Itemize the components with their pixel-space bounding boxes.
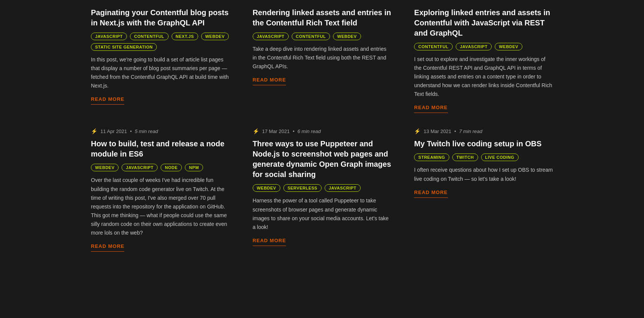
- tags-container: STREAMINGTWITCHLIVE CODING: [414, 154, 553, 161]
- article-tag: NEXT.JS: [172, 33, 198, 40]
- read-more-link[interactable]: READ MORE: [414, 105, 447, 113]
- article-separator: •: [454, 128, 456, 134]
- article-tag: JAVASCRIPT: [253, 33, 289, 40]
- article-excerpt: Harness the power of a tool called Puppe…: [253, 196, 392, 231]
- article-separator: •: [293, 128, 295, 134]
- read-more-link[interactable]: READ MORE: [253, 238, 286, 246]
- article-tag: WEBDEV: [201, 33, 229, 40]
- article-title: Three ways to use Puppeteer and Node.js …: [253, 139, 392, 180]
- article-read-time: 7 min read: [459, 128, 482, 134]
- article-meta: ⚡ 13 Mar 2021 • 7 min read: [414, 128, 553, 134]
- article-date: 11 Apr 2021: [100, 128, 127, 134]
- article-date: 17 Mar 2021: [262, 128, 290, 134]
- article-card: ⚡ 11 Apr 2021 • 5 min read How to build,…: [91, 128, 230, 252]
- article-tag: WEBDEV: [253, 184, 280, 192]
- lightning-icon: ⚡: [253, 128, 259, 134]
- article-tag: NPM: [185, 164, 203, 171]
- tags-container: WEBDEVJAVASCRIPTNODENPM: [91, 164, 230, 171]
- article-card: Exploring linked entries and assets in C…: [414, 8, 553, 113]
- article-tag: WEBDEV: [495, 43, 522, 50]
- article-excerpt: Over the last couple of weeks I've had i…: [91, 176, 230, 237]
- article-title: Paginating your Contentful blog posts in…: [91, 8, 230, 28]
- article-tag: LIVE CODING: [481, 154, 519, 161]
- article-title: My Twitch live coding setup in OBS: [414, 139, 553, 149]
- article-tag: CONTENTFUL: [292, 33, 330, 40]
- article-card: ⚡ 17 Mar 2021 • 6 min read Three ways to…: [253, 128, 392, 252]
- article-tag: WEBDEV: [91, 164, 119, 171]
- article-tag: CONTENTFUL: [414, 43, 453, 50]
- article-card: Rendering linked assets and entries in t…: [253, 8, 392, 113]
- article-title: Exploring linked entries and assets in C…: [414, 8, 553, 38]
- article-tag: STREAMING: [414, 154, 449, 161]
- lightning-icon: ⚡: [414, 128, 420, 134]
- article-title: How to build, test and release a node mo…: [91, 139, 230, 159]
- article-excerpt: In this post, we're going to build a set…: [91, 55, 230, 90]
- article-date: 13 Mar 2021: [424, 128, 451, 134]
- article-separator: •: [130, 128, 132, 134]
- tags-container: WEBDEVSERVERLESSJAVASCRIPT: [253, 184, 392, 192]
- tags-container: JAVASCRIPTCONTENTFULNEXT.JSWEBDEVSTATIC …: [91, 33, 230, 51]
- lightning-icon: ⚡: [91, 128, 97, 134]
- article-tag: NODE: [161, 164, 182, 171]
- article-card: Paginating your Contentful blog posts in…: [91, 8, 230, 113]
- article-excerpt: Take a deep dive into rendering linked a…: [253, 45, 392, 71]
- article-tag: TWITCH: [452, 154, 478, 161]
- article-tag: JAVASCRIPT: [456, 43, 492, 50]
- read-more-link[interactable]: READ MORE: [253, 77, 286, 85]
- article-read-time: 5 min read: [135, 128, 158, 134]
- article-meta: ⚡ 17 Mar 2021 • 6 min read: [253, 128, 392, 134]
- article-tag: CONTENTFUL: [130, 33, 169, 40]
- article-tag: STATIC SITE GENERATION: [91, 43, 157, 51]
- article-card: ⚡ 13 Mar 2021 • 7 min read My Twitch liv…: [414, 128, 553, 252]
- read-more-link[interactable]: READ MORE: [414, 190, 447, 198]
- articles-grid: Paginating your Contentful blog posts in…: [91, 8, 553, 252]
- article-tag: JAVASCRIPT: [325, 184, 361, 192]
- article-tag: SERVERLESS: [283, 184, 322, 192]
- article-tag: JAVASCRIPT: [91, 33, 127, 40]
- page-container: Paginating your Contentful blog posts in…: [0, 0, 644, 259]
- article-excerpt: I often receive questions about how I se…: [414, 166, 553, 183]
- article-title: Rendering linked assets and entries in t…: [253, 8, 392, 28]
- article-excerpt: I set out to explore and investigate the…: [414, 55, 553, 99]
- read-more-link[interactable]: READ MORE: [91, 243, 124, 252]
- article-tag: WEBDEV: [333, 33, 361, 40]
- tags-container: JAVASCRIPTCONTENTFULWEBDEV: [253, 33, 392, 40]
- article-read-time: 6 min read: [297, 128, 320, 134]
- article-tag: JAVASCRIPT: [122, 164, 158, 171]
- read-more-link[interactable]: READ MORE: [91, 96, 124, 105]
- article-meta: ⚡ 11 Apr 2021 • 5 min read: [91, 128, 230, 134]
- tags-container: CONTENTFULJAVASCRIPTWEBDEV: [414, 43, 553, 50]
